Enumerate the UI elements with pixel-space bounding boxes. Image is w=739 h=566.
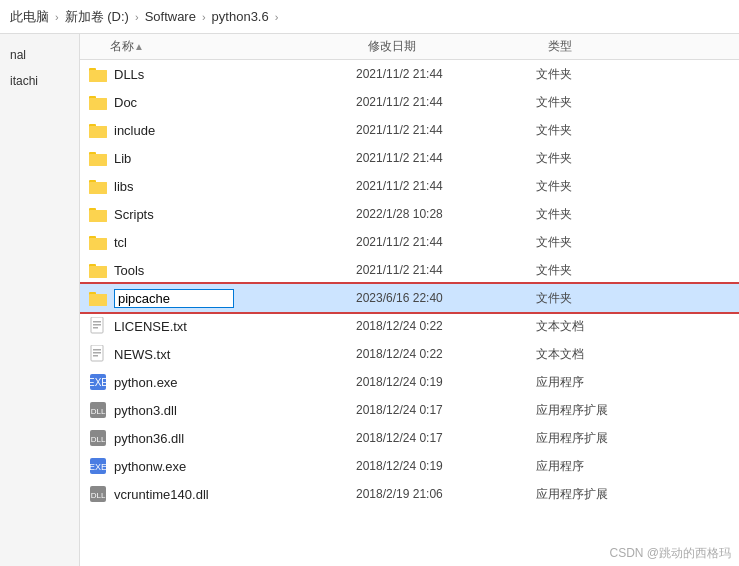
file-date: 2021/11/2 21:44 (348, 151, 528, 165)
svg-rect-11 (89, 154, 107, 166)
file-icon (88, 148, 108, 168)
table-row[interactable]: 2023/6/16 22:40 文件夹 (80, 284, 739, 312)
file-name: Tools (108, 263, 348, 278)
file-name: python3.dll (108, 403, 348, 418)
svg-rect-28 (93, 321, 101, 323)
svg-rect-29 (93, 324, 101, 326)
table-row[interactable]: DLL python36.dll 2018/12/24 0:17 应用程序扩展 (80, 424, 739, 452)
file-type: 应用程序扩展 (528, 430, 648, 447)
sidebar-item-itachi[interactable]: itachi (0, 68, 79, 94)
sort-arrow: ▲ (134, 41, 144, 52)
file-date: 2018/12/24 0:17 (348, 403, 528, 417)
svg-rect-20 (89, 238, 107, 250)
svg-text:DLL: DLL (91, 491, 106, 500)
file-icon: EXE (88, 456, 108, 476)
table-row[interactable]: NEWS.txt 2018/12/24 0:22 文本文档 (80, 340, 739, 368)
table-row[interactable]: tcl 2021/11/2 21:44 文件夹 (80, 228, 739, 256)
file-date: 2018/12/24 0:19 (348, 459, 528, 473)
file-name: python.exe (108, 375, 348, 390)
file-date: 2022/1/28 10:28 (348, 207, 528, 221)
col-name-label: 名称 (110, 38, 134, 55)
content-area: 名称 ▲ 修改日期 类型 DLLs 2021/11/2 21:44 文件夹 Do… (80, 34, 739, 566)
table-row[interactable]: EXE pythonw.exe 2018/12/24 0:19 应用程序 (80, 452, 739, 480)
svg-rect-33 (93, 352, 101, 354)
file-name: vcruntime140.dll (108, 487, 348, 502)
sidebar-item-nal[interactable]: nal (0, 42, 79, 68)
table-row[interactable]: DLL vcruntime140.dll 2018/2/19 21:06 应用程… (80, 480, 739, 508)
file-type: 应用程序扩展 (528, 486, 648, 503)
breadcrumb-software[interactable]: Software (145, 9, 196, 24)
file-type: 文件夹 (528, 94, 648, 111)
breadcrumb-sep-3: › (202, 11, 206, 23)
file-type: 文件夹 (528, 234, 648, 251)
table-row[interactable]: Scripts 2022/1/28 10:28 文件夹 (80, 200, 739, 228)
main-area: nal itachi 名称 ▲ 修改日期 类型 DLLs 2 (0, 34, 739, 566)
file-type: 文本文档 (528, 346, 648, 363)
breadcrumb-python[interactable]: python3.6 (212, 9, 269, 24)
file-icon (88, 288, 108, 308)
file-date: 2018/12/24 0:19 (348, 375, 528, 389)
svg-rect-5 (89, 98, 107, 110)
col-type-header[interactable]: 类型 (540, 38, 660, 55)
file-date: 2018/12/24 0:17 (348, 431, 528, 445)
col-name-header[interactable]: 名称 ▲ (80, 38, 360, 55)
table-row[interactable]: Tools 2021/11/2 21:44 文件夹 (80, 256, 739, 284)
svg-text:EXE: EXE (89, 377, 107, 388)
file-name: LICENSE.txt (108, 319, 348, 334)
file-date: 2021/11/2 21:44 (348, 123, 528, 137)
table-row[interactable]: libs 2021/11/2 21:44 文件夹 (80, 172, 739, 200)
breadcrumb-sep-4: › (275, 11, 279, 23)
file-name: NEWS.txt (108, 347, 348, 362)
table-row[interactable]: Lib 2021/11/2 21:44 文件夹 (80, 144, 739, 172)
svg-rect-8 (89, 126, 107, 138)
svg-text:EXE: EXE (89, 462, 107, 472)
file-icon (88, 176, 108, 196)
file-icon (88, 120, 108, 140)
col-date-header[interactable]: 修改日期 (360, 38, 540, 55)
file-date: 2023/6/16 22:40 (348, 291, 528, 305)
file-type: 应用程序 (528, 374, 648, 391)
file-type: 文件夹 (528, 66, 648, 83)
table-row[interactable]: DLL python3.dll 2018/12/24 0:17 应用程序扩展 (80, 396, 739, 424)
svg-rect-30 (93, 327, 98, 329)
window: 此电脑 › 新加卷 (D:) › Software › python3.6 › … (0, 0, 739, 566)
file-date: 2018/12/24 0:22 (348, 319, 528, 333)
file-icon: DLL (88, 400, 108, 420)
file-list-header: 名称 ▲ 修改日期 类型 (80, 34, 739, 60)
table-row[interactable]: Doc 2021/11/2 21:44 文件夹 (80, 88, 739, 116)
file-date: 2021/11/2 21:44 (348, 263, 528, 277)
svg-rect-14 (89, 182, 107, 194)
file-type: 文件夹 (528, 290, 648, 307)
file-name: include (108, 123, 348, 138)
svg-text:DLL: DLL (91, 435, 106, 444)
file-date: 2021/11/2 21:44 (348, 179, 528, 193)
file-name-input[interactable] (114, 289, 234, 308)
breadcrumb-drive[interactable]: 新加卷 (D:) (65, 8, 129, 26)
watermark: CSDN @跳动的西格玛 (80, 541, 739, 566)
file-list: DLLs 2021/11/2 21:44 文件夹 Doc 2021/11/2 2… (80, 60, 739, 541)
file-type: 文件夹 (528, 178, 648, 195)
file-date: 2021/11/2 21:44 (348, 235, 528, 249)
file-name: python36.dll (108, 431, 348, 446)
breadcrumb-computer[interactable]: 此电脑 (10, 8, 49, 26)
file-icon (88, 232, 108, 252)
file-date: 2021/11/2 21:44 (348, 67, 528, 81)
table-row[interactable]: EXE python.exe 2018/12/24 0:19 应用程序 (80, 368, 739, 396)
file-type: 文件夹 (528, 150, 648, 167)
table-row[interactable]: DLLs 2021/11/2 21:44 文件夹 (80, 60, 739, 88)
table-row[interactable]: include 2021/11/2 21:44 文件夹 (80, 116, 739, 144)
file-icon (88, 204, 108, 224)
file-icon (88, 64, 108, 84)
svg-rect-23 (89, 266, 107, 278)
file-icon: DLL (88, 484, 108, 504)
svg-rect-2 (89, 70, 107, 82)
file-name: libs (108, 179, 348, 194)
svg-rect-26 (89, 294, 107, 306)
breadcrumb[interactable]: 此电脑 › 新加卷 (D:) › Software › python3.6 › (0, 0, 739, 34)
table-row[interactable]: LICENSE.txt 2018/12/24 0:22 文本文档 (80, 312, 739, 340)
file-icon (88, 260, 108, 280)
svg-rect-17 (89, 210, 107, 222)
file-date: 2018/12/24 0:22 (348, 347, 528, 361)
file-name: DLLs (108, 67, 348, 82)
svg-text:DLL: DLL (91, 407, 106, 416)
